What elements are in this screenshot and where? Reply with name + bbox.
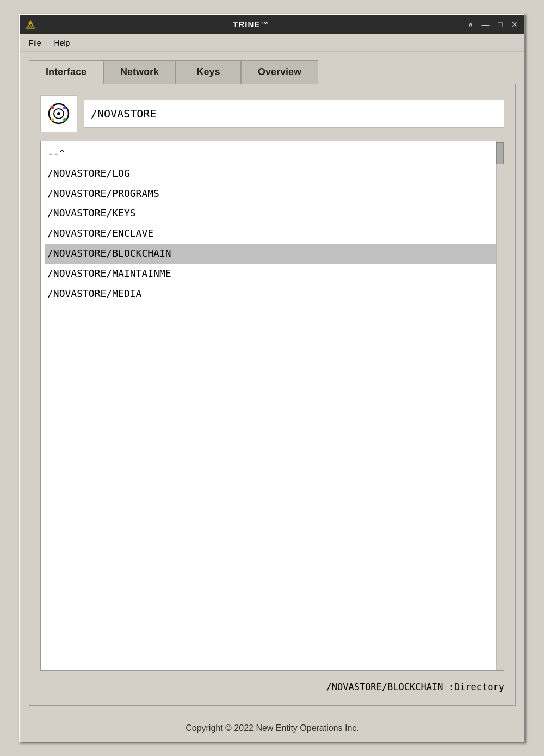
logo-box: [40, 95, 77, 132]
title-center: TRINE™: [36, 20, 466, 29]
maximize-button[interactable]: □: [496, 20, 505, 29]
svg-text:OM: OM: [27, 23, 35, 29]
file-list: --^ /NOVASTORE/LOG /NOVASTORE/PROGRAMS /…: [41, 141, 504, 306]
tab-interface[interactable]: Interface: [29, 60, 103, 84]
window-controls: ∧ — □ ✕: [466, 20, 520, 29]
minimize-button[interactable]: ∧: [466, 20, 475, 29]
svg-point-7: [63, 106, 66, 109]
footer: Copyright © 2022 New Entity Operations I…: [20, 715, 524, 742]
svg-point-9: [63, 118, 66, 121]
close-button[interactable]: ✕: [509, 20, 520, 29]
minimize-button2[interactable]: —: [480, 20, 492, 29]
svg-point-6: [51, 106, 54, 109]
list-item[interactable]: /NOVASTORE/MEDIA: [45, 284, 499, 304]
list-item[interactable]: /NOVASTORE/LOG: [45, 164, 499, 184]
tab-keys[interactable]: Keys: [176, 60, 241, 84]
list-item[interactable]: /NOVASTORE/PROGRAMS: [45, 184, 499, 204]
list-item[interactable]: /NOVASTORE/KEYS: [45, 203, 499, 224]
window-title: TRINE™: [233, 20, 269, 29]
tabs-container: Interface Network Keys Overview: [29, 60, 516, 84]
app-icon: OM: [24, 18, 36, 30]
menu-file[interactable]: File: [27, 38, 44, 48]
scrollbar-track[interactable]: [496, 141, 504, 670]
main-panel: --^ /NOVASTORE/LOG /NOVASTORE/PROGRAMS /…: [29, 84, 516, 706]
list-item-selected[interactable]: /NOVASTORE/BLOCKCHAIN: [45, 244, 499, 264]
novastore-logo: [44, 99, 73, 128]
path-input[interactable]: [84, 100, 504, 128]
file-list-container[interactable]: --^ /NOVASTORE/LOG /NOVASTORE/PROGRAMS /…: [40, 141, 504, 671]
svg-point-5: [57, 112, 60, 115]
title-bar: OM TRINE™ ∧ — □ ✕: [20, 15, 524, 34]
title-bar-left: OM: [24, 18, 36, 30]
status-bar: /NOVASTORE/BLOCKCHAIN :Directory: [40, 679, 504, 695]
tab-overview[interactable]: Overview: [241, 60, 318, 84]
path-row: [40, 95, 504, 132]
list-item[interactable]: /NOVASTORE/MAINTAINME: [45, 264, 499, 284]
main-window: OM TRINE™ ∧ — □ ✕ File Help Interface Ne…: [19, 14, 525, 742]
menu-bar: File Help: [20, 34, 524, 52]
scrollbar-thumb[interactable]: [496, 142, 504, 164]
parent-entry[interactable]: --^: [45, 144, 499, 164]
list-item[interactable]: /NOVASTORE/ENCLAVE: [45, 224, 499, 244]
content-area: Interface Network Keys Overview: [20, 52, 524, 715]
tab-network[interactable]: Network: [103, 60, 176, 84]
menu-help[interactable]: Help: [52, 38, 72, 48]
svg-point-8: [51, 118, 54, 121]
